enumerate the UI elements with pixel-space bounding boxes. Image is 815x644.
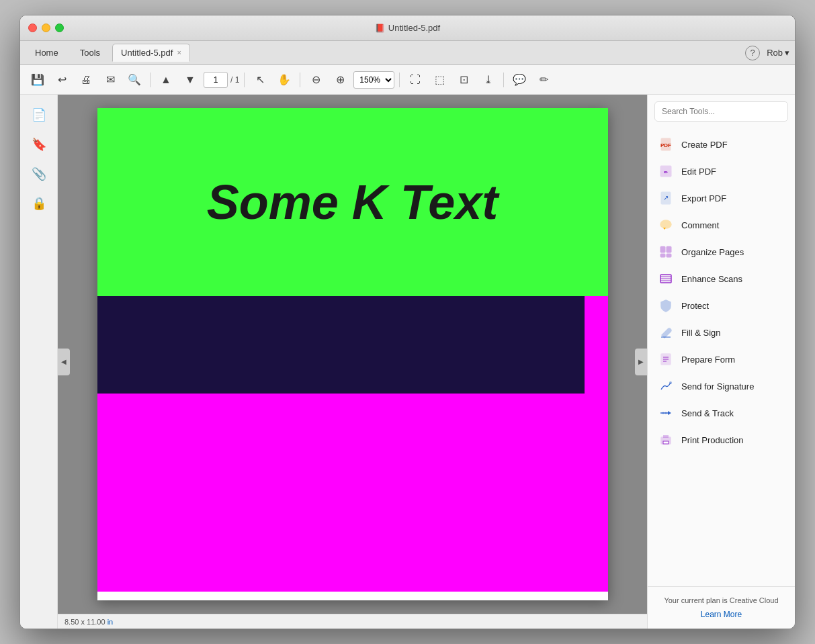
sidebar-item-attachments[interactable]: 📎 bbox=[27, 162, 51, 186]
collapse-right-button[interactable]: ▶ bbox=[635, 349, 647, 375]
minimize-window-button[interactable] bbox=[42, 24, 50, 32]
download-button[interactable]: ⤓ bbox=[477, 69, 499, 91]
prev-page-button[interactable]: ▲ bbox=[155, 69, 177, 91]
separator-4 bbox=[399, 73, 400, 87]
export-pdf-icon: ↗ bbox=[658, 191, 673, 205]
pdf-main-text: Some K Text bbox=[207, 175, 498, 230]
separator-2 bbox=[244, 73, 245, 87]
pdf-green-section: Some K Text bbox=[97, 108, 608, 296]
tool-label-send-signature: Send for Signature bbox=[681, 381, 754, 392]
traffic-lights bbox=[28, 24, 64, 32]
tab-right-controls: ? Rob ▾ bbox=[745, 46, 789, 60]
zoom-custom-icon: ⊡ bbox=[460, 73, 468, 86]
svg-rect-11 bbox=[667, 254, 671, 257]
tool-item-organize-pages[interactable]: Organize Pages bbox=[648, 238, 795, 265]
comment-icon bbox=[658, 218, 673, 232]
svg-point-6 bbox=[660, 220, 671, 228]
zoom-select[interactable]: 150% 100% 75% 50% bbox=[353, 71, 394, 89]
download-icon: ⤓ bbox=[484, 73, 492, 86]
tab-file[interactable]: Untitled-5.pdf × bbox=[112, 44, 190, 62]
tab-close-button[interactable]: × bbox=[177, 49, 181, 56]
pages-icon: 📄 bbox=[32, 107, 46, 122]
status-bar: 8.50 x 11.00 in bbox=[58, 614, 647, 629]
learn-more-link[interactable]: Learn More bbox=[654, 610, 788, 619]
tab-home[interactable]: Home bbox=[26, 44, 68, 61]
viewer-scroll[interactable]: Some K Text bbox=[58, 95, 647, 614]
tool-item-send-track[interactable]: Send & Track bbox=[648, 400, 795, 426]
close-window-button[interactable] bbox=[28, 24, 37, 32]
pdf-dark-section bbox=[97, 296, 585, 394]
tool-item-protect[interactable]: Protect bbox=[648, 292, 795, 319]
tool-item-edit-pdf[interactable]: ✏ Edit PDF bbox=[648, 158, 795, 185]
sidebar-item-pages[interactable]: 📄 bbox=[27, 103, 51, 127]
tool-item-prepare-form[interactable]: Prepare Form bbox=[648, 346, 795, 373]
page-total: / 1 bbox=[230, 75, 239, 85]
tool-item-export-pdf[interactable]: ↗ Export PDF bbox=[648, 185, 795, 212]
markup-icon: ✏ bbox=[540, 73, 548, 86]
tool-label-organize-pages: Organize Pages bbox=[681, 247, 744, 257]
svg-rect-8 bbox=[660, 246, 665, 252]
tool-item-create-pdf[interactable]: PDF Create PDF bbox=[648, 131, 795, 158]
svg-text:↗: ↗ bbox=[663, 194, 669, 201]
tab-tools[interactable]: Tools bbox=[71, 44, 110, 61]
protect-icon bbox=[658, 298, 673, 313]
save-button[interactable]: 💾 bbox=[27, 69, 48, 91]
tool-item-send-signature[interactable]: Send for Signature bbox=[648, 373, 795, 400]
zoom-custom-button[interactable]: ⊡ bbox=[453, 69, 474, 91]
tool-item-comment[interactable]: Comment bbox=[648, 212, 795, 238]
panel-footer: Your current plan is Creative Cloud Lear… bbox=[648, 586, 795, 629]
fit-width-button[interactable]: ⬚ bbox=[429, 69, 450, 91]
maximize-window-button[interactable] bbox=[55, 24, 64, 32]
tab-file-label: Untitled-5.pdf bbox=[121, 48, 173, 58]
zoom-out-button[interactable]: ⊖ bbox=[305, 69, 327, 91]
fit-page-button[interactable]: ⛶ bbox=[404, 69, 426, 91]
tool-item-fill-sign[interactable]: Fill & Sign bbox=[648, 319, 795, 346]
pdf-magenta-section bbox=[97, 394, 608, 592]
separator-5 bbox=[503, 73, 504, 87]
page-size-label: 8.50 x 11.00 in bbox=[65, 618, 113, 626]
cursor-icon: ↖ bbox=[256, 73, 265, 86]
edit-pdf-icon: ✏ bbox=[658, 164, 673, 179]
comment-tool-button[interactable]: 💬 bbox=[509, 69, 530, 91]
pdf-dark-magenta-strip bbox=[585, 296, 608, 394]
send-signature-icon bbox=[658, 379, 673, 394]
separator-3 bbox=[300, 73, 300, 87]
svg-point-25 bbox=[665, 412, 667, 414]
prepare-form-icon bbox=[658, 352, 673, 367]
tool-item-print-production[interactable]: Print Production bbox=[648, 426, 795, 453]
undo-button[interactable]: ↩ bbox=[51, 69, 73, 91]
sidebar-item-bookmarks[interactable]: 🔖 bbox=[27, 132, 51, 156]
markup-button[interactable]: ✏ bbox=[533, 69, 554, 91]
tool-label-fill-sign: Fill & Sign bbox=[681, 328, 721, 338]
search-tools-input[interactable] bbox=[654, 101, 788, 122]
size-unit-link[interactable]: in bbox=[108, 618, 114, 626]
attachments-icon: 📎 bbox=[32, 167, 46, 181]
tool-label-prepare-form: Prepare Form bbox=[681, 355, 735, 365]
tool-item-enhance-scans[interactable]: Enhance Scans bbox=[648, 265, 795, 292]
separator-1 bbox=[150, 73, 151, 87]
tool-label-protect: Protect bbox=[681, 301, 709, 311]
sidebar-item-layers[interactable]: 🔒 bbox=[27, 191, 51, 216]
user-name: Rob bbox=[767, 48, 783, 58]
zoom-out-icon: ⊖ bbox=[312, 73, 320, 86]
layers-icon: 🔒 bbox=[32, 196, 46, 211]
search-icon: 🔍 bbox=[128, 73, 141, 86]
search-button[interactable]: 🔍 bbox=[124, 69, 145, 91]
tool-label-print-production: Print Production bbox=[681, 435, 744, 445]
email-button[interactable]: ✉ bbox=[99, 69, 121, 91]
print-button[interactable]: 🖨 bbox=[75, 69, 97, 91]
collapse-left-button[interactable]: ◀ bbox=[58, 349, 70, 375]
hand-tool-button[interactable]: ✋ bbox=[273, 69, 295, 91]
print-production-icon bbox=[658, 432, 673, 447]
email-icon: ✉ bbox=[106, 73, 115, 86]
next-page-button[interactable]: ▼ bbox=[179, 69, 201, 91]
save-icon: 💾 bbox=[31, 73, 44, 86]
help-button[interactable]: ? bbox=[745, 46, 760, 60]
user-menu-button[interactable]: Rob ▾ bbox=[767, 48, 789, 58]
zoom-in-button[interactable]: ⊕ bbox=[329, 69, 351, 91]
fit-width-icon: ⬚ bbox=[435, 73, 445, 86]
enhance-scans-icon bbox=[658, 271, 673, 286]
window-title-text: Untitled-5.pdf bbox=[388, 23, 440, 33]
page-number-input[interactable] bbox=[204, 72, 228, 88]
cursor-tool-button[interactable]: ↖ bbox=[249, 69, 271, 91]
